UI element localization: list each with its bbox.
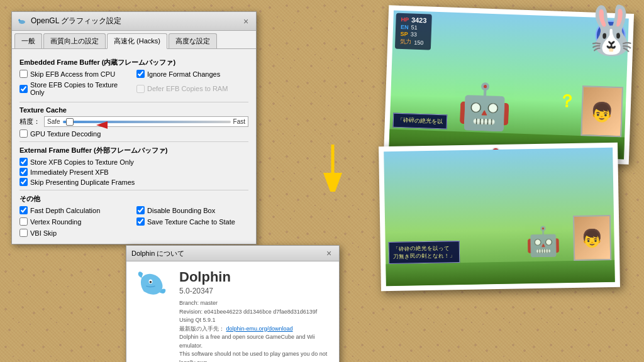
window-title: OpenGL グラフィック設定 xyxy=(31,16,121,26)
gpu-texture-checkbox[interactable] xyxy=(19,129,28,138)
tab-general[interactable]: 一般 xyxy=(14,33,42,48)
revision-label: Revision: xyxy=(179,309,203,315)
yellow-arrow-annotation xyxy=(317,141,348,192)
hud-sp-row: SP 33 xyxy=(401,31,426,38)
slider-safe-label: Safe xyxy=(47,118,60,125)
disable-bbox-label: Disable Bounding Box xyxy=(147,207,215,214)
save-texture-row: Save Texture Cache to State xyxy=(136,217,248,226)
vertex-rounding-checkbox[interactable] xyxy=(19,217,28,226)
store-efb-checkbox[interactable] xyxy=(19,85,28,93)
tab-quality[interactable]: 画質向上の設定 xyxy=(43,33,106,48)
divider2 xyxy=(19,141,248,142)
game-hud: HP 3423 EN 51 SP 33 気力 150 xyxy=(395,13,432,50)
divider3 xyxy=(19,190,248,190)
vertex-rounding-label: Vertex Rounding xyxy=(30,218,81,226)
char-side-right: 👦 xyxy=(580,85,623,137)
stat4-label: 気力 xyxy=(400,38,411,47)
screenshot-bottom: 🤖 👦 「砕砕の絶光を以って 刀無き民の剣となれ！」 xyxy=(379,143,620,292)
texture-cache-label: Texture Cache xyxy=(19,106,248,114)
hud-hp-row: HP 3423 xyxy=(401,16,426,24)
sp-label: SP xyxy=(401,31,408,37)
ignore-format-row: Ignore Format Changes xyxy=(136,70,248,78)
store-efb-row: Store EFB Copies to Texture Only xyxy=(19,81,131,96)
skip-dup-checkbox[interactable] xyxy=(19,178,28,186)
game-screen-bottom: 🤖 👦 「砕砕の絶光を以って 刀無き民の剣となれ！」 xyxy=(384,148,615,286)
tab-advanced[interactable]: 高度な設定 xyxy=(169,33,217,48)
vbi-skip-label: VBI Skip xyxy=(30,229,57,237)
store-efb-label: Store EFB Copies to Texture Only xyxy=(30,81,131,96)
dolphin-icon xyxy=(17,16,27,26)
speech-line2: 刀無き民の剣となれ！」 xyxy=(393,251,455,260)
char-side-right-b: 👦 xyxy=(573,215,611,261)
hud-kizoku-row: 気力 150 xyxy=(400,38,426,47)
stat4-value: 150 xyxy=(414,39,423,46)
speech-bubble-top: 「砕碎の絶光を以 xyxy=(393,113,448,129)
speech-bubble-bottom: 「砕砕の絶光を以って 刀無き民の剣となれ！」 xyxy=(389,241,460,264)
about-title-bar-text: Dolphin について xyxy=(131,249,184,258)
skip-efb-checkbox[interactable] xyxy=(19,70,28,78)
fast-depth-label: Fast Depth Calculation xyxy=(30,207,100,214)
save-texture-label: Save Texture Cache to State xyxy=(147,218,235,226)
hp-label: HP xyxy=(401,16,409,23)
mech-figure-bottom: 🤖 xyxy=(525,224,561,258)
vertex-rounding-row: Vertex Rounding xyxy=(19,217,131,226)
present-xfb-row: Immediately Present XFB xyxy=(19,168,248,176)
xfb-section-label: External Frame Buffer (外部フレームバッファ) xyxy=(19,146,248,155)
defer-efb-label: Defer EFB Copies to RAM xyxy=(147,85,228,92)
other-section-label: その他 xyxy=(19,194,248,204)
skip-dup-label: Skip Presenting Duplicate Frames xyxy=(30,178,135,186)
speech-text-top: 「砕碎の絶光を以 xyxy=(397,117,443,125)
vbi-skip-row: VBI Skip xyxy=(19,229,131,237)
efb-section-label: Embedded Frame Buffer (内蔵フレームバッファ) xyxy=(19,58,248,67)
ground-bottom xyxy=(386,260,615,286)
rabbit-character: 🐰 xyxy=(582,3,641,58)
store-xfb-label: Store XFB Copies to Texture Only xyxy=(30,158,134,166)
mech-figure-top: 🤖 xyxy=(456,80,513,133)
hp-value: 3423 xyxy=(411,16,427,25)
present-xfb-checkbox[interactable] xyxy=(19,168,28,176)
disable-bbox-checkbox[interactable] xyxy=(136,206,145,214)
vbi-skip-checkbox[interactable] xyxy=(19,229,28,237)
question-mark: ？ xyxy=(557,89,575,114)
store-xfb-checkbox[interactable] xyxy=(19,158,28,166)
skip-dup-row: Skip Presenting Duplicate Frames xyxy=(19,178,248,186)
en-value: 51 xyxy=(411,25,417,31)
hud-en-row: EN 51 xyxy=(401,24,426,31)
slider-label: 精度： xyxy=(19,117,40,126)
divider1 xyxy=(19,102,248,102)
svg-point-4 xyxy=(150,281,152,283)
skip-efb-label: Skip EFB Access from CPU xyxy=(30,70,115,78)
defer-efb-checkbox[interactable] xyxy=(136,85,145,93)
en-label: EN xyxy=(401,24,409,30)
titlebar-left: OpenGL グラフィック設定 xyxy=(17,16,121,26)
save-texture-checkbox[interactable] xyxy=(136,217,145,226)
ignore-format-checkbox[interactable] xyxy=(136,70,145,78)
fast-depth-checkbox[interactable] xyxy=(19,206,28,214)
window-content: Embedded Frame Buffer (内蔵フレームバッファ) Skip … xyxy=(12,49,256,244)
tab-hacks[interactable]: 高速化 (Hacks) xyxy=(107,33,167,49)
red-arrow-annotation xyxy=(93,118,156,132)
tab-bar: 一般 画質向上の設定 高速化 (Hacks) 高度な設定 xyxy=(12,31,256,49)
screenshot-container: HP 3423 EN 51 SP 33 気力 150 👤 xyxy=(279,0,644,362)
disable-bbox-row: Disable Bounding Box xyxy=(136,206,248,214)
store-xfb-row: Store XFB Copies to Texture Only xyxy=(19,158,248,166)
present-xfb-label: Immediately Present XFB xyxy=(30,168,109,176)
gpu-texture-label: GPU Texture Decoding xyxy=(30,130,101,138)
dolphin-logo-icon xyxy=(134,269,172,300)
ignore-format-label: Ignore Format Changes xyxy=(147,70,220,78)
sp-value: 33 xyxy=(411,31,417,38)
slider-thumb[interactable] xyxy=(66,118,74,126)
slider-fast-label: Fast xyxy=(233,118,245,125)
fast-depth-row: Fast Depth Calculation xyxy=(19,206,131,214)
close-button[interactable]: × xyxy=(241,16,251,26)
defer-efb-row: Defer EFB Copies to RAM xyxy=(136,81,248,96)
desc1-text: 最新版の入手先： xyxy=(179,326,225,332)
titlebar: OpenGL グラフィック設定 × xyxy=(12,12,256,31)
skip-efb-row: Skip EFB Access from CPU xyxy=(19,70,131,78)
